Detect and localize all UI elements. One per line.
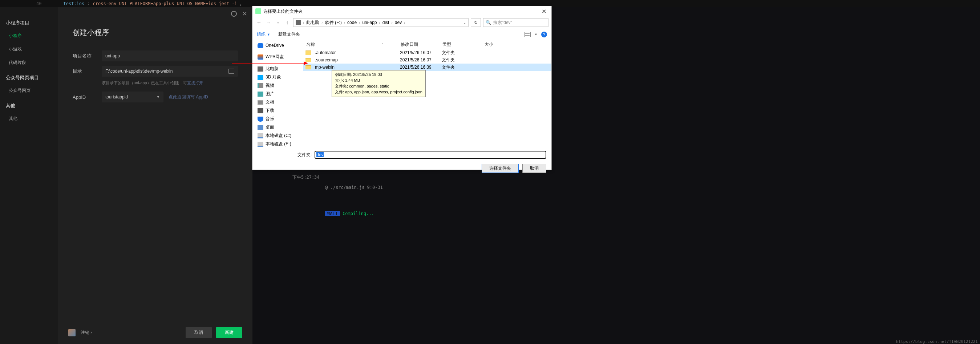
app-icon <box>255 8 261 14</box>
tree-label: 音乐 <box>266 116 274 122</box>
col-name[interactable]: 名称⌃ <box>303 41 398 48</box>
tree-node[interactable]: 桌面 <box>253 123 303 132</box>
view-options-icon[interactable] <box>524 32 531 37</box>
tree-label: 图片 <box>266 91 274 97</box>
view-dropdown-icon[interactable]: ▼ <box>534 33 538 36</box>
tree-label: WPS网盘 <box>266 54 284 60</box>
new-folder-button[interactable]: 新建文件夹 <box>278 31 300 37</box>
sidebar-item-minigame[interactable]: 小游戏 <box>0 43 58 56</box>
organize-menu[interactable]: 组织▼ <box>257 31 270 37</box>
tree-label: 视频 <box>266 83 274 89</box>
directory-hint: 该目录下的项目（uni-app）已在工具中创建，可直接打开 <box>58 79 253 87</box>
file-name: mp-weixin <box>315 65 334 70</box>
directory-label: 目录 <box>73 68 102 75</box>
tree-label: 桌面 <box>266 124 274 131</box>
sidebar-item-miniprogram[interactable]: 小程序 <box>0 29 58 43</box>
tree-icon <box>258 67 263 72</box>
tree-node[interactable]: 文档 <box>253 98 303 107</box>
tree-icon <box>258 100 263 105</box>
close-button[interactable]: ✕ <box>539 8 549 15</box>
tree-node[interactable]: 下载 <box>253 107 303 115</box>
breadcrumb-segment[interactable]: 软件 (F:) <box>324 20 343 26</box>
tree-label: 下载 <box>266 108 274 114</box>
file-row[interactable]: mp-weixin2021/5/26 16:39文件夹 <box>303 64 551 71</box>
nav-tree: OneDriveWPS网盘此电脑3D 对象视频图片文档下载音乐桌面本地磁盘 (C… <box>253 40 303 148</box>
file-row[interactable]: .automator2021/5/26 16:07文件夹 <box>303 49 551 56</box>
address-breadcrumb[interactable]: › 此电脑› 软件 (F:)› code› uni-app› dist› dev… <box>293 18 469 27</box>
cancel-dialog-button[interactable]: 取消 <box>522 164 546 173</box>
appid-hint-link[interactable]: 点此返回填写 AppID <box>169 94 208 100</box>
refresh-button[interactable]: ↻ <box>471 18 481 27</box>
appid-select[interactable]: touristappid▼ <box>102 92 164 102</box>
browse-folder-icon[interactable] <box>229 68 234 74</box>
tree-icon <box>258 54 263 60</box>
tree-label: 此电脑 <box>266 66 278 72</box>
tree-label: 本地磁盘 (E:) <box>266 141 291 147</box>
search-input[interactable]: 🔍 搜索"dev" <box>483 18 549 27</box>
search-icon: 🔍 <box>486 20 491 25</box>
tree-icon <box>258 75 263 80</box>
folder-icon <box>305 51 311 55</box>
project-name-label: 项目名称 <box>73 53 102 59</box>
user-avatar[interactable] <box>68 329 76 336</box>
breadcrumb-segment[interactable]: uni-app <box>361 20 378 25</box>
select-folder-button[interactable]: 选择文件夹 <box>482 164 519 173</box>
cancel-button[interactable]: 取消 <box>186 327 212 338</box>
appid-label: AppID <box>73 94 102 100</box>
folder-tooltip: 创建日期: 2021/5/25 19:03 大小: 3.44 MB 文件夹: c… <box>332 70 426 97</box>
panel-title: 创建小程序 <box>58 20 253 48</box>
nav-up-button[interactable]: ↑ <box>284 20 291 25</box>
breadcrumb-segment[interactable]: code <box>346 20 358 25</box>
nav-back-button[interactable]: ← <box>255 20 262 25</box>
file-date: 2021/5/26 16:07 <box>400 50 442 55</box>
dialog-title: 选择要上传的文件夹 <box>263 8 302 14</box>
chevron-down-icon: ▼ <box>157 95 160 99</box>
close-icon[interactable]: ✕ <box>242 10 247 18</box>
tree-icon <box>258 142 263 147</box>
breadcrumb-segment[interactable]: dev <box>393 20 403 25</box>
tree-node[interactable]: 3D 对象 <box>253 73 303 81</box>
file-row[interactable]: .sourcemap2021/5/26 16:07文件夹 <box>303 56 551 64</box>
breadcrumb-segment[interactable]: 此电脑 <box>305 20 321 26</box>
svg-marker-1 <box>304 61 308 65</box>
source-url: https://blog.csdn.net/TIAN20121221 <box>896 339 978 344</box>
logout-link[interactable]: 注销 › <box>81 330 92 336</box>
tree-node[interactable]: OneDrive <box>253 42 303 49</box>
sidebar-item-snippet[interactable]: 代码片段 <box>0 56 58 69</box>
terminal-line: @ ./src/main.js 9:0-31 <box>253 183 980 191</box>
tree-icon <box>258 83 263 88</box>
folder-name-input[interactable] <box>315 151 546 159</box>
breadcrumb-dropdown-icon[interactable]: ⌄ <box>463 21 466 25</box>
open-directly-link[interactable]: 直接打开 <box>187 81 203 85</box>
tree-node[interactable]: 本地磁盘 (E:) <box>253 140 303 148</box>
nav-recent-button[interactable]: ▾ <box>274 21 282 25</box>
tree-icon <box>258 92 263 97</box>
tree-label: 文档 <box>266 99 274 105</box>
tree-node[interactable]: 音乐 <box>253 115 303 123</box>
breadcrumb-segment[interactable]: dist <box>381 20 391 25</box>
file-type: 文件夹 <box>442 64 484 70</box>
col-type[interactable]: 类型 <box>439 41 482 48</box>
file-type: 文件夹 <box>442 57 484 63</box>
folder-icon <box>305 65 311 69</box>
sidebar-item-webpage[interactable]: 公众号网页 <box>0 84 58 97</box>
project-name-input[interactable]: uni-app <box>102 51 238 61</box>
tree-node[interactable]: 视频 <box>253 81 303 90</box>
project-sidebar: 小程序项目 小程序 小游戏 代码片段 公众号网页项目 公众号网页 其他 其他 <box>0 7 58 344</box>
create-button[interactable]: 新建 <box>216 327 242 338</box>
tree-label: 3D 对象 <box>266 74 281 80</box>
tree-node[interactable]: 此电脑 <box>253 65 303 73</box>
pc-icon <box>296 20 301 25</box>
tree-node[interactable]: 图片 <box>253 90 303 98</box>
file-picker-dialog: 选择要上传的文件夹 ✕ ← → ▾ ↑ › 此电脑› 软件 (F:)› code… <box>252 6 552 170</box>
directory-input[interactable]: F:\code\uni-app\dist\dev\mp-weixin <box>102 66 238 76</box>
col-date[interactable]: 修改日期 <box>398 41 439 48</box>
tree-node[interactable]: WPS网盘 <box>253 53 303 61</box>
col-size[interactable]: 大小 <box>482 41 511 48</box>
nav-forward-button[interactable]: → <box>265 20 272 25</box>
tree-icon <box>258 116 263 122</box>
help-icon[interactable]: ? <box>541 32 547 37</box>
settings-icon[interactable] <box>231 11 237 17</box>
tree-node[interactable]: 本地磁盘 (C:) <box>253 132 303 140</box>
sidebar-item-other[interactable]: 其他 <box>0 112 58 125</box>
